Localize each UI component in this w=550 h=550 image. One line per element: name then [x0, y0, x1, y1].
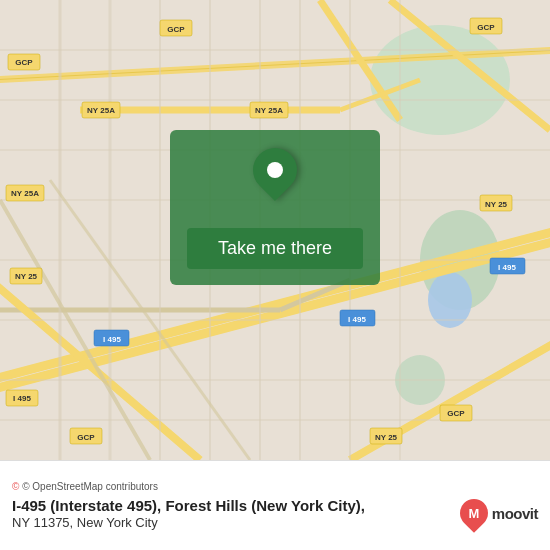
svg-text:GCP: GCP: [477, 23, 495, 32]
svg-text:GCP: GCP: [15, 58, 33, 67]
svg-text:GCP: GCP: [167, 25, 185, 34]
moovit-logo: moovit: [460, 499, 538, 527]
info-bar: © © OpenStreetMap contributors I-495 (In…: [0, 460, 550, 550]
location-pin: [253, 148, 297, 192]
svg-text:I 495: I 495: [498, 263, 516, 272]
svg-text:GCP: GCP: [447, 409, 465, 418]
svg-text:I 495: I 495: [13, 394, 31, 403]
attribution: © © OpenStreetMap contributors: [12, 481, 538, 492]
svg-text:NY 25A: NY 25A: [87, 106, 115, 115]
svg-text:NY 25: NY 25: [15, 272, 38, 281]
svg-text:I 495: I 495: [103, 335, 121, 344]
moovit-icon: [454, 493, 494, 533]
svg-text:NY 25A: NY 25A: [255, 106, 283, 115]
svg-text:I 495: I 495: [348, 315, 366, 324]
location-subtitle: NY 11375, New York City: [12, 515, 365, 530]
location-title: I-495 (Interstate 495), Forest Hills (Ne…: [12, 496, 365, 516]
map-container: GCP GCP GCP NY 25A NY 25A NY 25A NY 25 N…: [0, 0, 550, 550]
svg-text:NY 25: NY 25: [375, 433, 398, 442]
svg-text:GCP: GCP: [77, 433, 95, 442]
svg-text:NY 25A: NY 25A: [11, 189, 39, 198]
moovit-text: moovit: [492, 505, 538, 522]
svg-text:NY 25: NY 25: [485, 200, 508, 209]
take-me-there-button[interactable]: Take me there: [187, 228, 363, 269]
